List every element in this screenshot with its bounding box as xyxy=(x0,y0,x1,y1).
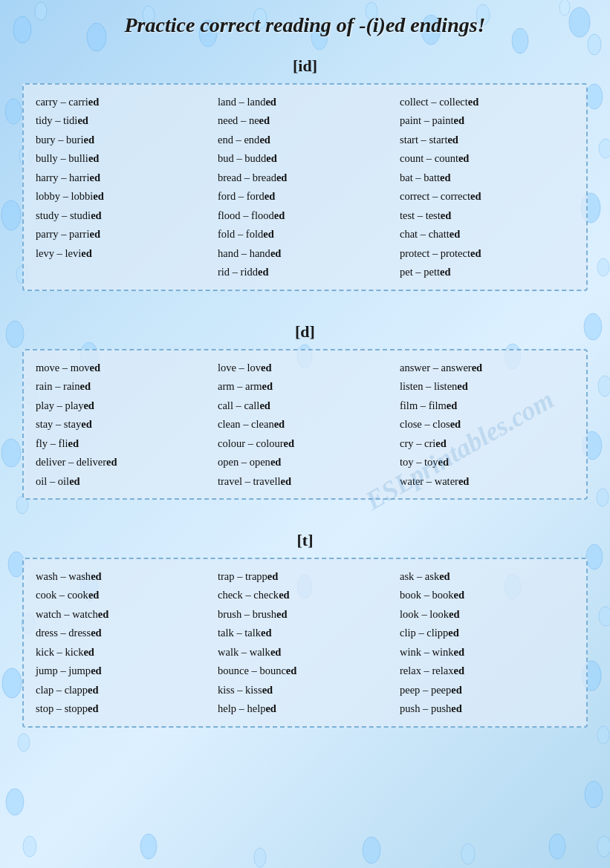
word-pair: stay – stayed xyxy=(36,416,210,432)
word-column-1-0: move – movedrain – rainedplay – playedst… xyxy=(36,359,210,489)
word-pair: levy – levied xyxy=(36,245,210,261)
word-pair: clip – clipped xyxy=(400,624,574,641)
word-pair: colour – coloured xyxy=(218,435,392,451)
page-title: Practice correct reading of -(i)ed endin… xyxy=(22,13,588,37)
word-column-1-2: answer – answeredlisten – listenedfilm –… xyxy=(400,359,574,489)
word-pair: close – closed xyxy=(400,416,574,432)
word-pair: open – opened xyxy=(218,454,392,470)
word-pair: walk – walked xyxy=(218,644,392,660)
word-pair: bread – breaded xyxy=(218,169,392,186)
word-column-0-1: land – landedneed – needend – endedbud –… xyxy=(218,94,392,281)
word-pair: cook – cooked xyxy=(36,587,210,603)
word-pair: wink – winked xyxy=(400,644,574,660)
word-pair: toy – toyed xyxy=(400,454,574,470)
word-pair: ask – asked xyxy=(400,568,574,584)
word-pair: pet – petted xyxy=(400,264,574,280)
word-box-1: move – movedrain – rainedplay – playedst… xyxy=(22,349,588,500)
word-pair: fold – folded xyxy=(218,226,392,242)
section-label-2: [t] xyxy=(22,531,588,550)
word-pair: start – started xyxy=(400,131,574,148)
word-pair: study – studied xyxy=(36,207,210,223)
word-pair: bury – buried xyxy=(36,131,210,148)
word-pair: clean – cleaned xyxy=(218,416,392,432)
word-pair: need – need xyxy=(218,112,392,128)
word-pair: arm – armed xyxy=(218,378,392,394)
section-label-0: [id] xyxy=(22,56,588,76)
word-pair: ford – forded xyxy=(218,188,392,204)
word-pair: dress – dressed xyxy=(36,624,210,641)
svg-point-49 xyxy=(254,848,266,867)
word-pair: protect – protected xyxy=(400,245,574,261)
word-pair: cry – cried xyxy=(400,435,574,451)
svg-point-50 xyxy=(363,837,380,864)
word-pair: book – booked xyxy=(400,587,574,603)
word-pair: answer – answered xyxy=(400,359,574,376)
word-pair: move – moved xyxy=(36,359,210,376)
word-pair: carry – carried xyxy=(36,94,210,110)
word-pair: paint – painted xyxy=(400,112,574,128)
word-pair: peep – peeped xyxy=(400,682,574,698)
word-pair: watch – watched xyxy=(36,606,210,622)
word-pair: check – checked xyxy=(218,587,392,603)
word-pair: water – watered xyxy=(400,473,574,489)
word-pair: talk – talked xyxy=(218,624,392,641)
svg-point-48 xyxy=(140,834,157,859)
word-pair: parry – parried xyxy=(36,226,210,242)
word-box-0: carry – carriedtidy – tidiedbury – burie… xyxy=(22,83,588,291)
word-pair: stop – stopped xyxy=(36,700,210,717)
word-pair: kiss – kissed xyxy=(218,682,392,698)
word-pair: clap – clapped xyxy=(36,682,210,698)
word-pair: land – landed xyxy=(218,94,392,110)
word-pair: bat – batted xyxy=(400,169,574,186)
word-pair: oil – oiled xyxy=(36,473,210,489)
page-content: Practice correct reading of -(i)ed endin… xyxy=(0,0,610,765)
word-pair: look – looked xyxy=(400,606,574,622)
word-pair: bounce – bounced xyxy=(218,662,392,679)
word-pair: play – played xyxy=(36,397,210,414)
word-column-0-2: collect – collectedpaint – paintedstart … xyxy=(400,94,574,281)
word-pair: rid – ridded xyxy=(218,264,392,280)
word-pair: hand – handed xyxy=(218,245,392,261)
svg-point-27 xyxy=(23,836,36,857)
svg-point-40 xyxy=(585,781,603,808)
word-column-0-0: carry – carriedtidy – tidiedbury – burie… xyxy=(36,94,210,281)
word-pair: test – tested xyxy=(400,207,574,223)
svg-point-51 xyxy=(461,843,475,864)
word-pair: wash – washed xyxy=(36,568,210,584)
word-pair: listen – listened xyxy=(400,378,574,394)
svg-point-52 xyxy=(549,834,565,859)
word-pair: count – counted xyxy=(400,150,574,166)
word-pair: fly – flied xyxy=(36,435,210,451)
word-pair: harry – harried xyxy=(36,169,210,186)
word-pair: kick – kicked xyxy=(36,644,210,660)
word-pair: collect – collected xyxy=(400,94,574,110)
word-pair: love – loved xyxy=(218,359,392,376)
word-pair: push – pushed xyxy=(400,700,574,717)
section-label-1: [d] xyxy=(22,322,588,342)
word-pair: jump – jumped xyxy=(36,662,210,679)
word-pair: travel – travelled xyxy=(218,473,392,489)
word-pair: flood – flooded xyxy=(218,207,392,223)
word-pair: correct – corrected xyxy=(400,188,574,204)
word-pair: relax – relaxed xyxy=(400,662,574,679)
svg-point-26 xyxy=(6,789,24,815)
word-column-2-1: trap – trappedcheck – checkedbrush – bru… xyxy=(218,568,392,717)
word-column-2-2: ask – askedbook – bookedlook – lookedcli… xyxy=(400,568,574,717)
word-pair: rain – rained xyxy=(36,378,210,394)
word-pair: chat – chatted xyxy=(400,226,574,242)
word-pair: film – filmed xyxy=(400,397,574,414)
word-pair: brush – brushed xyxy=(218,606,392,622)
word-pair: trap – trapped xyxy=(218,568,392,584)
word-pair: deliver – delivered xyxy=(36,454,210,470)
word-pair: bully – bullied xyxy=(36,150,210,166)
svg-point-41 xyxy=(597,836,610,857)
word-pair: end – ended xyxy=(218,131,392,148)
word-column-2-0: wash – washedcook – cookedwatch – watche… xyxy=(36,568,210,717)
word-pair: help – helped xyxy=(218,700,392,717)
word-pair: bud – budded xyxy=(218,150,392,166)
word-pair: call – called xyxy=(218,397,392,414)
word-pair: lobby – lobbied xyxy=(36,188,210,204)
word-column-1-1: love – lovedarm – armedcall – calledclea… xyxy=(218,359,392,489)
word-box-2: wash – washedcook – cookedwatch – watche… xyxy=(22,558,588,728)
word-pair: tidy – tidied xyxy=(36,112,210,128)
